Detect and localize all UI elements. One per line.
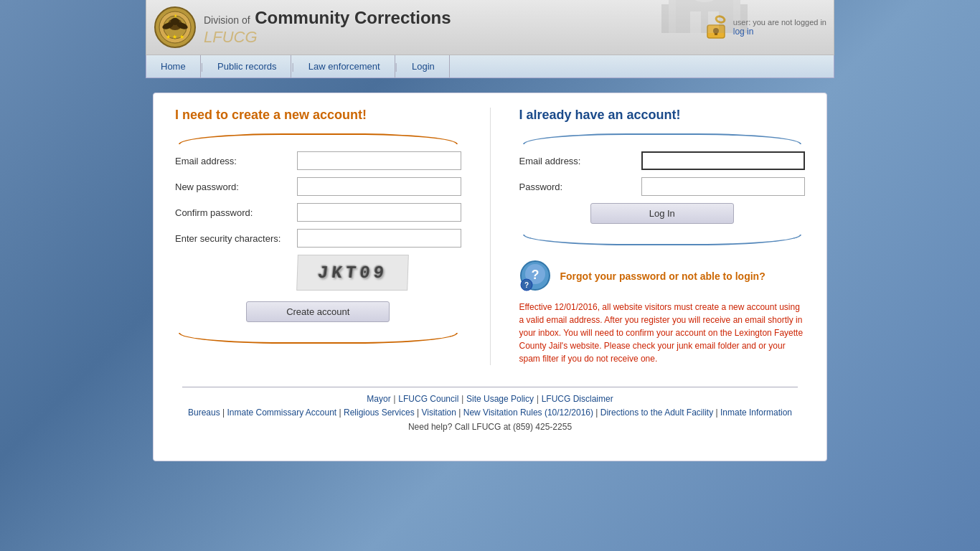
new-password-row: New password: xyxy=(175,177,461,196)
logo-area: ★ ★ ★ ★ Division of Community Correction… xyxy=(154,6,705,49)
forgot-password-area: ? ? Forgot your password or not able to … xyxy=(519,260,806,292)
footer-visitation-link[interactable]: Visitation xyxy=(421,408,456,418)
footer-bureaus-link[interactable]: Bureaus xyxy=(188,408,220,418)
two-column-layout: I need to create a new account! Email ad… xyxy=(175,108,805,365)
login-email-label: Email address: xyxy=(519,156,641,166)
login-button[interactable]: Log In xyxy=(590,203,734,224)
login-column: I already have an account! Email address… xyxy=(491,108,806,365)
footer-directions-link[interactable]: Directions to the Adult Facility xyxy=(600,408,713,418)
forgot-title: Forgot your password or not able to logi… xyxy=(560,270,765,282)
footer-site-usage-link[interactable]: Site Usage Policy xyxy=(466,394,534,404)
login-email-row: Email address: xyxy=(519,151,806,170)
login-password-label: Password: xyxy=(519,182,641,192)
notice-text: Effective 12/01/2016, all website visito… xyxy=(519,301,806,365)
footer-lfucg-council-link[interactable]: LFUCG Council xyxy=(398,394,458,404)
svg-text:?: ? xyxy=(531,268,539,282)
site-title: Division of Community Corrections LFUCG xyxy=(204,8,451,47)
svg-text:★: ★ xyxy=(174,14,177,18)
security-chars-row: Enter security characters: xyxy=(175,229,461,248)
confirm-password-row: Confirm password: xyxy=(175,203,461,222)
login-email-input[interactable] xyxy=(641,151,806,170)
footer: Mayor | LFUCG Council | Site Usage Polic… xyxy=(175,380,805,439)
footer-inmate-info-link[interactable]: Inmate Information xyxy=(720,408,792,418)
footer-religious-link[interactable]: Religious Services xyxy=(344,408,415,418)
security-chars-input[interactable] xyxy=(297,229,461,248)
nav-login[interactable]: Login xyxy=(397,55,450,77)
site-subtitle: LFUCG xyxy=(204,28,451,47)
create-account-button[interactable]: Create account xyxy=(246,301,390,322)
site-title-main: Division of Community Corrections xyxy=(204,8,451,28)
footer-commissary-link[interactable]: Inmate Commissary Account xyxy=(227,408,336,418)
help-phone: Need help? Call LFUCG at (859) 425-2255 xyxy=(182,422,798,432)
header: ★ ★ ★ ★ Division of Community Correction… xyxy=(146,0,834,55)
footer-sep-3: | xyxy=(537,393,542,404)
login-password-input[interactable] xyxy=(641,177,806,196)
create-account-title: I need to create a new account! xyxy=(175,108,461,123)
svg-text:?: ? xyxy=(524,281,528,289)
curve-top-blue xyxy=(523,133,802,144)
footer-links-row1: Mayor | LFUCG Council | Site Usage Polic… xyxy=(182,387,798,404)
nav-law-enforcement[interactable]: Law enforcement xyxy=(294,55,395,77)
login-password-row: Password: xyxy=(519,177,806,196)
svg-text:★ ★ ★: ★ ★ ★ xyxy=(166,34,184,40)
svg-rect-12 xyxy=(690,11,701,33)
svg-rect-11 xyxy=(676,0,733,33)
site-name: Community Corrections xyxy=(255,8,451,27)
confirm-password-label: Confirm password: xyxy=(175,207,297,218)
create-email-input[interactable] xyxy=(297,151,461,170)
new-password-input[interactable] xyxy=(297,177,461,196)
svg-rect-13 xyxy=(708,11,719,33)
confirm-password-input[interactable] xyxy=(297,203,461,222)
help-icon: ? ? xyxy=(519,260,552,292)
building-watermark xyxy=(661,0,748,33)
division-label: Division of xyxy=(204,14,250,26)
login-title: I already have an account! xyxy=(519,108,806,123)
content-box: I need to create a new account! Email ad… xyxy=(153,93,827,461)
email-row: Email address: xyxy=(175,151,461,170)
curve-bottom-orange xyxy=(179,333,458,344)
badge-icon: ★ ★ ★ ★ xyxy=(154,6,197,49)
footer-mayor-link[interactable]: Mayor xyxy=(367,394,390,404)
new-password-label: New password: xyxy=(175,182,297,192)
footer-new-visitation-link[interactable]: New Visitation Rules (10/12/2016) xyxy=(463,408,593,418)
create-account-column: I need to create a new account! Email ad… xyxy=(175,108,491,365)
navigation: Home | Public records | Law enforcement … xyxy=(146,55,834,78)
main-wrapper: I need to create a new account! Email ad… xyxy=(146,85,834,468)
security-chars-label: Enter security characters: xyxy=(175,233,297,244)
footer-sep-2: | xyxy=(461,393,466,404)
footer-links-row2: Bureaus | Inmate Commissary Account | Re… xyxy=(182,408,798,418)
captcha-image: JKT09 xyxy=(296,255,409,291)
nav-home[interactable]: Home xyxy=(146,55,201,77)
curve-bottom-blue xyxy=(523,235,802,245)
curve-top-orange xyxy=(179,133,458,144)
create-email-label: Email address: xyxy=(175,156,297,166)
captcha-text: JKT09 xyxy=(316,263,388,283)
nav-public-records[interactable]: Public records xyxy=(203,55,291,77)
footer-disclaimer-link[interactable]: LFUCG Disclaimer xyxy=(542,394,613,404)
